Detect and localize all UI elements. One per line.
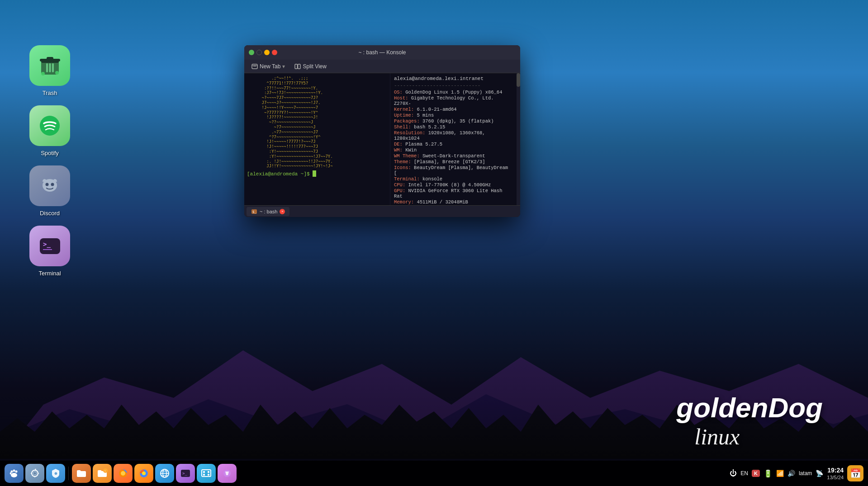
taskbar-screenshot-button[interactable] <box>197 464 216 483</box>
taskbar-plasma-button[interactable] <box>218 464 237 483</box>
sysinfo-os: OS: GoldenDog Linux 1.5 (Puppy) x86_64 <box>394 90 513 95</box>
scrollbar[interactable] <box>517 73 520 205</box>
svg-point-27 <box>11 473 17 477</box>
taskbar-shield-button[interactable]: ⊕ <box>46 464 65 483</box>
window-btn-yellow[interactable] <box>264 50 270 55</box>
split-view-button[interactable]: Split View <box>291 62 330 71</box>
terminal-prompt: [alexia@andromeda ~]$ <box>247 170 387 177</box>
taskbar-separator-1 <box>68 467 69 480</box>
konsole-body: .;^~~!!^. .;;; ^77771!!777!77Y5? :??!!~~… <box>244 73 520 205</box>
svg-point-7 <box>41 72 45 75</box>
clock-date-display: 13/5/24 <box>827 474 844 481</box>
svg-point-8 <box>55 71 59 75</box>
konsole-window: ~ : bash — Konsole New Tab ▾ Split View … <box>244 45 520 217</box>
svg-rect-5 <box>49 63 51 72</box>
terminal-label: Terminal <box>38 270 61 277</box>
tray-wifi-icon[interactable]: 📡 <box>816 470 823 477</box>
tab-label: ~ : bash <box>260 209 277 214</box>
svg-text:⊕: ⊕ <box>54 472 57 476</box>
window-controls <box>249 50 277 55</box>
cursor <box>313 170 316 177</box>
konsole-toolbar: New Tab ▾ Split View <box>244 60 520 73</box>
sysinfo-terminal: Terminal: konsole <box>394 176 513 182</box>
window-btn-green[interactable] <box>249 50 254 55</box>
system-tray: ⏻ EN K 🔋 📶 🔊 latam 📡 19:24 13/5/24 📅 <box>730 465 863 481</box>
sysinfo-theme: Theme: [Plasma], Breeze [GTK2/3] <box>394 159 513 165</box>
taskbar-terminal-button[interactable]: >_ <box>176 464 195 483</box>
tab-close-button[interactable]: × <box>280 209 285 214</box>
discord-icon[interactable]: Discord <box>23 165 77 217</box>
logo-text-linux: linux <box>694 424 740 450</box>
svg-rect-20 <box>298 64 301 69</box>
system-clock[interactable]: 19:24 13/5/24 <box>827 466 844 481</box>
svg-rect-47 <box>208 471 209 473</box>
svg-text:>_: >_ <box>43 241 51 248</box>
scrollbar-thumb <box>517 73 520 87</box>
clock-time-display: 19:24 <box>827 466 844 474</box>
sysinfo-de: DE: Plasma 5.27.5 <box>394 142 513 147</box>
svg-text:>_: >_ <box>182 471 187 476</box>
sysinfo-memory: Memory: 4511MiB / 32048MiB <box>394 199 513 205</box>
svg-point-25 <box>15 471 18 473</box>
golden-dog-logo: goldenDog linux <box>676 392 823 450</box>
sysinfo-cpu: CPU: Intel i7-7700K (8) @ 4.500GHz <box>394 182 513 188</box>
svg-rect-6 <box>52 63 54 72</box>
spotify-icon-image <box>29 105 70 146</box>
terminal-output[interactable]: .;^~~!!^. .;;; ^77771!!777!77Y5? :??!!~~… <box>244 73 390 205</box>
svg-point-24 <box>13 470 15 472</box>
tray-battery-icon[interactable]: 🔋 <box>764 469 773 478</box>
trash-label: Trash <box>43 90 57 96</box>
svg-point-12 <box>51 183 54 186</box>
sysinfo-kernel: Kernel: 6.1.0-21-amd64 <box>394 107 513 112</box>
taskbar-folder-red-button[interactable] <box>72 464 91 483</box>
logo-text-golden: goldenDog <box>676 392 823 424</box>
svg-text:$_: $_ <box>252 210 256 214</box>
svg-rect-48 <box>203 474 205 476</box>
svg-rect-3 <box>40 59 60 61</box>
terminal-desktop-icon[interactable]: >_ Terminal <box>23 226 77 277</box>
svg-rect-16 <box>252 64 257 69</box>
ascii-art-display: .;^~~!!^. .;;; ^77771!!777!77Y5? :??!!~~… <box>247 76 387 169</box>
tray-power-icon[interactable]: ⏻ <box>730 469 737 477</box>
svg-rect-19 <box>295 64 298 69</box>
taskbar: ⊕ ↑ <box>0 461 868 486</box>
sysinfo-uptime: Uptime: 5 mins <box>394 113 513 118</box>
window-btn-red[interactable] <box>272 50 277 55</box>
trash-icon-image <box>29 45 70 86</box>
sysinfo-user: alexia@andromeda.lexi.intranet <box>394 76 513 81</box>
tray-bluetooth-icon[interactable]: 📶 <box>776 470 784 477</box>
spotify-icon[interactable]: Spotify <box>23 105 77 156</box>
konsole-tab-bash[interactable]: $_ ~ : bash × <box>247 207 289 216</box>
svg-point-30 <box>33 472 36 475</box>
spotify-label: Spotify <box>41 150 59 156</box>
taskbar-calendar-button[interactable]: 📅 <box>847 465 863 481</box>
tray-volume-icon[interactable]: 🔊 <box>787 470 795 477</box>
taskbar-browser-button[interactable] <box>134 464 153 483</box>
svg-point-37 <box>142 472 146 475</box>
trash-icon[interactable]: Trash <box>23 45 77 96</box>
taskbar-apps: ⊕ ↑ <box>5 464 237 483</box>
tray-lang[interactable]: EN <box>740 470 748 477</box>
window-btn-empty <box>256 50 262 55</box>
taskbar-firefox-button[interactable] <box>114 464 133 483</box>
svg-rect-49 <box>208 474 209 476</box>
svg-point-11 <box>45 183 48 186</box>
sysinfo-divider: ----------------------------- <box>394 83 513 88</box>
sysinfo-wm: WM: KWin <box>394 147 513 153</box>
sysinfo-shell: Shell: bash 5.2.15 <box>394 124 513 130</box>
konsole-tab-bar: $_ ~ : bash × <box>244 205 520 217</box>
taskbar-globe-button[interactable] <box>155 464 174 483</box>
desktop-icons-area: Trash Spotify Di <box>23 45 77 277</box>
taskbar-folder-orange-button[interactable]: ↑ <box>93 464 112 483</box>
sysinfo-wm-theme: WM Theme: Sweet-Dark-transparent <box>394 153 513 159</box>
new-tab-button[interactable]: New Tab ▾ <box>248 62 289 71</box>
sysinfo-gpu: GPU: NVIDIA GeForce RTX 3060 Lite Hash R… <box>394 188 513 199</box>
svg-rect-45 <box>202 470 211 477</box>
taskbar-settings-button[interactable] <box>25 464 44 483</box>
svg-rect-4 <box>46 63 48 72</box>
discord-icon-image <box>29 165 70 206</box>
taskbar-paw-button[interactable] <box>5 464 24 483</box>
terminal-icon-image: >_ <box>29 226 70 266</box>
tray-network-label[interactable]: latam <box>799 470 812 477</box>
tray-k-icon[interactable]: K <box>752 470 760 477</box>
